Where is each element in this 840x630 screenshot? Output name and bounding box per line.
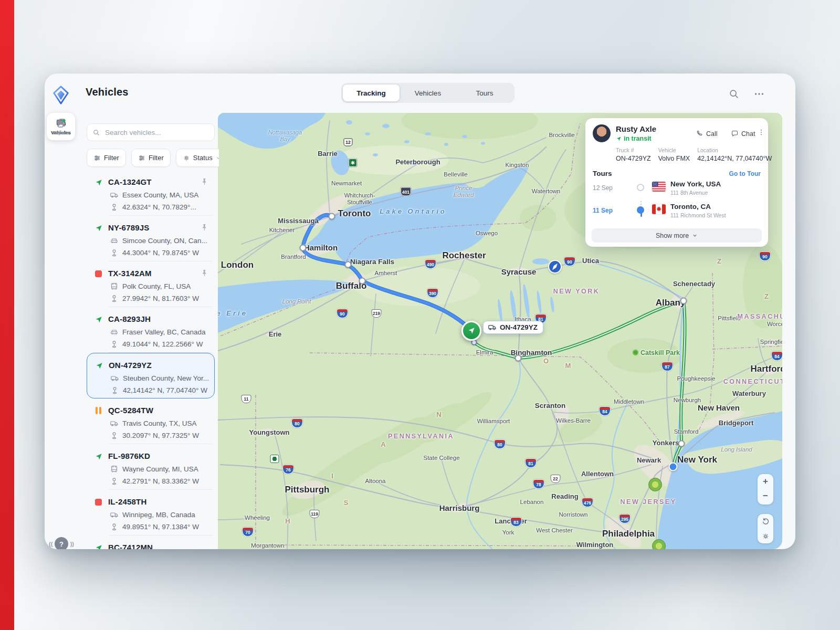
pin-icon[interactable] xyxy=(201,177,208,185)
field-label: Vehicle xyxy=(658,147,690,153)
compass-icon xyxy=(548,260,562,274)
vehicle-marker[interactable] xyxy=(461,321,481,341)
search-icon xyxy=(92,129,100,136)
vehicle-id: TX-3142AM xyxy=(108,269,152,278)
phone-icon xyxy=(696,130,704,138)
card-menu-kebab-icon[interactable] xyxy=(758,129,765,139)
zoom-out-button[interactable]: − xyxy=(758,489,773,503)
stop-dot xyxy=(637,184,644,191)
tab[interactable]: Tracking xyxy=(343,85,400,101)
pin-icon[interactable] xyxy=(201,269,208,277)
stop-date: 12 Sep xyxy=(593,184,613,192)
chat-button[interactable]: Chat xyxy=(731,130,755,138)
filter-button[interactable]: Filter xyxy=(131,149,171,167)
field-value: Volvo FMX xyxy=(658,155,690,162)
vehicle-type-icon xyxy=(110,419,119,428)
vehicle-list-item[interactable]: TX-3142AM Polk County, FL, USA 27.9942° … xyxy=(87,261,215,307)
vehicle-coords: 49.8951° N, 97.1384° W xyxy=(122,523,199,531)
app-logo xyxy=(51,85,71,105)
coords-pin-icon xyxy=(110,477,119,486)
more-menu-icon[interactable] xyxy=(753,88,765,100)
tab[interactable]: Vehicles xyxy=(400,85,456,101)
map-settings-gear-icon[interactable] xyxy=(758,529,773,543)
app-window: Vehicles TrackingVehiclesTours Home xyxy=(45,74,795,549)
driver-avatar xyxy=(593,124,611,142)
go-to-tour-link[interactable]: Go to Tour xyxy=(729,170,761,177)
vehicle-status-icon xyxy=(94,544,104,549)
vehicle-list-item[interactable]: NY-6789JS Simcoe County, ON, Can... 44.3… xyxy=(87,216,215,261)
vehicle-type-icon xyxy=(110,191,119,200)
filter-label: Filter xyxy=(149,154,164,162)
vehicle-status-icon xyxy=(94,224,104,234)
vehicle-id: FL-9876KD xyxy=(108,452,150,460)
coords-pin-icon xyxy=(110,386,119,395)
filter-icon xyxy=(183,154,190,162)
coords-pin-icon xyxy=(110,248,119,257)
tour-stop[interactable]: 11 Sep Toronto, CA 111 Richmond St West xyxy=(585,203,768,224)
call-button[interactable]: Call xyxy=(696,130,718,138)
help-icon[interactable]: ? xyxy=(55,537,68,549)
search-input[interactable] xyxy=(104,128,209,137)
map-tools xyxy=(758,514,773,543)
stop-dot xyxy=(637,206,644,214)
field-label: Truck # xyxy=(616,147,651,153)
vehicle-location: Essex County, MA, USA xyxy=(122,191,198,199)
filter-button[interactable]: Filter xyxy=(87,149,126,167)
sidebar-item[interactable]: Chat xyxy=(47,113,75,140)
vehicle-coords: 27.9942° N, 81.7603° W xyxy=(122,295,199,302)
search-icon[interactable] xyxy=(728,88,740,100)
field-value: ON-4729YZ xyxy=(616,155,651,162)
filter-bar: Filter Filter Status xyxy=(87,149,219,167)
vehicle-location: Travis County, TX, USA xyxy=(122,419,197,427)
zoom-in-button[interactable]: + xyxy=(758,474,773,489)
stop-address: 111 Richmond St West xyxy=(670,212,726,218)
vehicle-id: CA-1324GT xyxy=(108,177,152,186)
vehicle-list-item[interactable]: BC-7412MN xyxy=(87,536,215,549)
vehicle-list-item[interactable]: ON-4729YZ Steuben County, New Yor... 42,… xyxy=(87,353,215,398)
vehicle-coords: 44.3004° N, 79.8745° W xyxy=(122,249,199,257)
vehicle-status-icon xyxy=(94,178,104,188)
tour-stop[interactable]: 12 Sep New York, USA 111 8th Avenue xyxy=(585,180,768,201)
page-title: Vehicles xyxy=(86,86,129,98)
vehicle-marker-label[interactable]: ON-4729YZ xyxy=(483,321,543,334)
vehicle-coords: 42.6324° N, 70.7829°... xyxy=(122,203,196,211)
vehicle-list-item[interactable]: QC-5284TW Travis County, TX, USA 30.2097… xyxy=(87,398,215,444)
vehicle-search[interactable] xyxy=(87,123,215,141)
vehicle-coords: 42,14142° N, 77,04740° W xyxy=(123,386,207,394)
vehicle-coords: 30.2097° N, 97.7325° W xyxy=(122,432,199,439)
vehicle-status-icon xyxy=(94,316,104,325)
park-icon xyxy=(652,539,666,549)
vehicle-location: Fraser Valley, BC, Canada xyxy=(122,328,206,336)
stop-date: 11 Sep xyxy=(593,207,613,214)
filter-button[interactable]: Status xyxy=(176,149,219,167)
driver-field: Location 42,14142°N, 77,04740°W xyxy=(697,147,772,162)
vehicle-type-icon xyxy=(110,510,119,519)
vehicle-list-item[interactable]: CA-1324GT Essex County, MA, USA 42.6324°… xyxy=(87,170,215,216)
coords-pin-icon xyxy=(110,203,119,212)
vehicle-type-icon xyxy=(110,282,119,291)
vehicle-list-item[interactable]: IL-2458TH Winnipeg, MB, Canada 49.8951° … xyxy=(87,490,215,536)
vehicle-rows: CA-1324GT Essex County, MA, USA 42.6324°… xyxy=(87,170,215,549)
filter-icon xyxy=(93,154,101,162)
country-flag-icon xyxy=(652,204,666,214)
vehicle-location: Wayne County, MI, USA xyxy=(122,465,198,473)
tours-title: Tours xyxy=(593,170,612,177)
vehicle-id: IL-2458TH xyxy=(108,497,147,506)
coords-pin-icon xyxy=(110,340,119,349)
pin-icon[interactable] xyxy=(201,223,208,231)
tab[interactable]: Tours xyxy=(456,85,513,101)
vehicle-list-item[interactable]: CA-8293JH Fraser Valley, BC, Canada 49.1… xyxy=(87,307,215,353)
truck-icon xyxy=(488,323,497,332)
show-more-button[interactable]: Show more xyxy=(592,228,762,243)
vehicle-coords: 42.2791° N, 83.3362° W xyxy=(122,477,199,485)
vehicle-list-item[interactable]: FL-9876KD Wayne County, MI, USA 42.2791°… xyxy=(87,444,215,490)
coords-pin-icon xyxy=(110,431,119,440)
vehicle-coords: 49.1044° N, 122.2566° W xyxy=(122,340,203,348)
vehicle-type-icon xyxy=(110,465,119,474)
vehicle-id: NY-6789JS xyxy=(108,223,150,232)
reset-rotation-icon[interactable] xyxy=(758,514,773,529)
coords-pin-icon xyxy=(110,294,119,303)
driver-status: in transit xyxy=(616,135,652,142)
vehicle-status-icon xyxy=(94,407,104,416)
field-label: Location xyxy=(697,147,772,153)
